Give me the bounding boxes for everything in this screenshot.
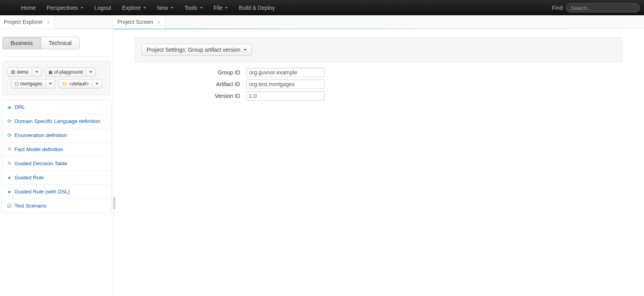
nav-home[interactable]: Home xyxy=(16,0,41,15)
pencil-icon: ✎ xyxy=(7,146,12,152)
nav-label: Build & Deploy xyxy=(239,5,275,11)
close-icon[interactable]: × xyxy=(157,19,161,25)
project-selector[interactable]: 🖵mortgages xyxy=(11,79,56,88)
top-navbar: Home Perspectives Logout Explore New Too… xyxy=(0,0,644,15)
asset-list: ◈ DRL ⟳ Domain Specific Language definit… xyxy=(2,100,111,213)
asset-link[interactable]: Enumeration definition xyxy=(14,132,67,138)
search-wrap[interactable] xyxy=(566,3,640,13)
right-column: Project Screen × Project Settings: Group… xyxy=(113,15,644,296)
version-id-input[interactable] xyxy=(246,91,325,101)
caret-down-icon xyxy=(244,49,247,51)
caret-down-icon xyxy=(143,7,146,9)
view-toggle: Business Technical xyxy=(2,37,80,49)
project-label: mortgages xyxy=(20,81,43,87)
repo-label: uf-playground xyxy=(54,69,83,75)
project-settings-dropdown[interactable]: Project Settings: Group artifact version xyxy=(142,44,252,56)
caret-down-icon xyxy=(35,71,38,73)
caret-down-icon xyxy=(200,7,203,9)
divider xyxy=(2,56,111,57)
version-id-label: Version ID xyxy=(192,93,246,99)
nav-new[interactable]: New xyxy=(152,0,179,15)
repo-icon: ▦ xyxy=(48,70,52,75)
nav-label: New xyxy=(157,5,168,11)
nav-explore[interactable]: Explore xyxy=(117,0,151,15)
nav-items: Home Perspectives Logout Explore New Too… xyxy=(16,0,280,15)
org-label: demo xyxy=(17,69,29,75)
asset-link[interactable]: Fact Model definition xyxy=(14,146,63,152)
nav-tools[interactable]: Tools xyxy=(179,0,208,15)
tabbar-rest xyxy=(54,15,113,29)
pencil-icon: ✎ xyxy=(7,161,12,166)
caret-down-icon xyxy=(95,83,99,85)
tabbar-rest xyxy=(165,15,644,29)
asset-item-enum[interactable]: ⟳ Enumeration definition xyxy=(2,128,111,142)
tab-title: Project Explorer xyxy=(4,19,43,25)
caret-down-icon xyxy=(89,71,92,73)
form-row-artifact: Artifact ID xyxy=(192,79,644,89)
folder-icon: 📁 xyxy=(62,81,68,87)
caret-down-icon xyxy=(81,7,84,9)
caret-down-icon xyxy=(170,7,174,9)
asset-link[interactable]: Domain Specific Language definition xyxy=(14,118,100,124)
dropdown-label: Project Settings: Group artifact version xyxy=(147,47,240,53)
nav-logout[interactable]: Logout xyxy=(89,0,117,15)
asset-link[interactable]: Guided Decision Table xyxy=(14,161,67,166)
tab-project-screen[interactable]: Project Screen × xyxy=(113,15,165,29)
package-label: <default> xyxy=(69,81,89,87)
dot-icon: ● xyxy=(7,189,12,195)
caret-down-icon xyxy=(225,7,228,9)
package-selector[interactable]: 📁<default> xyxy=(59,79,102,88)
group-id-input[interactable] xyxy=(246,68,325,77)
nav-file[interactable]: File xyxy=(208,0,234,15)
asset-link[interactable]: Guided Rule (with DSL) xyxy=(14,189,70,195)
active-tab-indicator xyxy=(113,29,644,29)
nav-label: File xyxy=(214,5,223,11)
form-row-group: Group ID xyxy=(192,68,644,77)
nav-label: Explore xyxy=(122,5,140,11)
caret-down-icon xyxy=(49,83,52,85)
toggle-technical[interactable]: Technical xyxy=(41,37,79,49)
org-icon: ⛓ xyxy=(11,70,15,74)
search-input[interactable] xyxy=(571,5,635,11)
group-id-label: Group ID xyxy=(192,69,246,76)
nav-label: Logout xyxy=(95,5,111,11)
repo-selector[interactable]: ▦uf-playground xyxy=(45,67,96,77)
left-tabbar: Project Explorer × xyxy=(0,15,113,29)
context-selector-panel: ⛓demo ▦uf-playground 🖵mortgages 📁<defaul… xyxy=(2,61,111,95)
dot-icon: ● xyxy=(7,175,12,180)
asset-item-drl[interactable]: ◈ DRL xyxy=(2,100,111,114)
asset-item-dsl[interactable]: ⟳ Domain Specific Language definition xyxy=(2,114,111,128)
asset-item-guided-decision-table[interactable]: ✎ Guided Decision Table xyxy=(2,156,111,170)
asset-item-test-scenario[interactable]: ☑ Test Scenario xyxy=(2,199,111,213)
artifact-id-label: Artifact ID xyxy=(192,81,246,87)
close-icon[interactable]: × xyxy=(47,19,50,25)
asset-link[interactable]: Test Scenario xyxy=(14,203,47,209)
left-column: Project Explorer × Business Technical ⛓d… xyxy=(0,15,113,296)
asset-link[interactable]: Guided Rule xyxy=(14,175,44,180)
asset-link[interactable]: DRL xyxy=(14,104,25,110)
project-icon: 🖵 xyxy=(14,81,19,86)
diamond-icon: ◈ xyxy=(7,104,12,110)
reload-icon: ⟳ xyxy=(7,118,12,124)
asset-item-guided-rule[interactable]: ● Guided Rule xyxy=(2,170,111,184)
check-form-icon: ☑ xyxy=(7,203,12,209)
project-settings-panel: Project Settings: Group artifact version xyxy=(135,37,622,62)
nav-build-deploy[interactable]: Build & Deploy xyxy=(233,0,280,15)
org-selector[interactable]: ⛓demo xyxy=(7,67,42,77)
nav-label: Perspectives xyxy=(47,5,78,11)
toggle-business[interactable]: Business xyxy=(3,37,41,49)
right-tabbar: Project Screen × xyxy=(113,15,644,29)
form-row-version: Version ID xyxy=(192,91,644,101)
artifact-id-input[interactable] xyxy=(246,79,325,89)
tab-title: Project Screen xyxy=(117,19,153,25)
find-label: Find xyxy=(552,5,563,11)
asset-item-fact-model[interactable]: ✎ Fact Model definition xyxy=(2,142,111,156)
nav-label: Tools xyxy=(185,5,197,11)
reload-icon: ⟳ xyxy=(7,132,12,138)
nav-label: Home xyxy=(21,5,36,11)
tab-project-explorer[interactable]: Project Explorer × xyxy=(0,15,54,29)
asset-item-guided-rule-dsl[interactable]: ● Guided Rule (with DSL) xyxy=(2,184,111,199)
nav-perspectives[interactable]: Perspectives xyxy=(41,0,89,15)
gav-form: Group ID Artifact ID Version ID xyxy=(192,68,644,101)
